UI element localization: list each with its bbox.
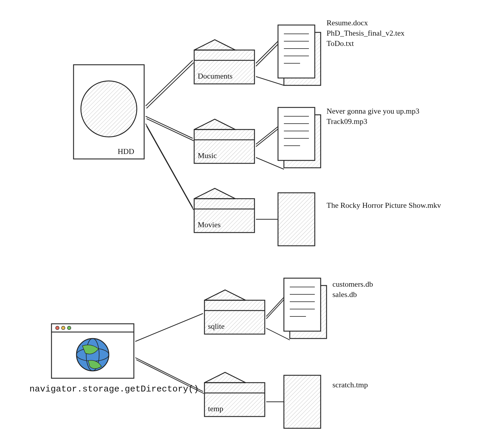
file-icon: [284, 375, 321, 428]
connector-lines: [146, 60, 194, 210]
svg-line-13: [256, 41, 278, 63]
file-list-movies: The Rocky Horror Picture Show.mkv: [327, 200, 441, 210]
file-name: customers.db: [332, 279, 373, 289]
svg-rect-59: [284, 278, 321, 331]
browser-api-label: navigator.storage.getDirectory(): [29, 384, 199, 394]
file-list-music: Never gonna give you up.mp3 Track09.mp3: [327, 106, 420, 127]
svg-point-43: [56, 326, 59, 330]
file-name: The Rocky Horror Picture Show.mkv: [327, 200, 441, 210]
file-icon: [278, 193, 315, 246]
svg-rect-40: [278, 193, 315, 246]
hdd-label: HDD: [118, 147, 134, 156]
svg-line-5: [147, 63, 194, 108]
svg-marker-37: [194, 188, 235, 199]
svg-point-45: [67, 326, 71, 330]
folder-label-temp: temp: [208, 404, 223, 413]
file-stack-icon: [278, 25, 321, 85]
svg-marker-53: [204, 290, 246, 300]
svg-point-44: [61, 326, 65, 330]
file-name: Resume.docx: [327, 18, 405, 28]
svg-line-6: [146, 116, 193, 138]
svg-line-27: [256, 129, 278, 147]
file-list-sqlite: customers.db sales.db: [332, 279, 373, 300]
svg-line-14: [256, 44, 278, 66]
svg-point-3: [81, 81, 137, 137]
file-name: Never gonna give you up.mp3: [327, 106, 420, 116]
browser-window-icon: [51, 324, 134, 378]
svg-line-9: [147, 126, 194, 210]
folder-label-sqlite: sqlite: [208, 322, 224, 331]
file-name: Track09.mp3: [327, 116, 420, 127]
folder-label-music: Music: [198, 151, 217, 160]
file-name: ToDo.txt: [327, 38, 405, 49]
folder-label-movies: Movies: [198, 220, 221, 229]
svg-line-55: [266, 297, 284, 316]
file-name: sales.db: [332, 289, 373, 300]
svg-line-56: [266, 300, 284, 319]
svg-line-4: [146, 60, 193, 106]
file-stack-icon: [284, 278, 327, 339]
file-list-documents: Resume.docx PhD_Thesis_final_v2.tex ToDo…: [327, 18, 405, 49]
svg-line-26: [256, 127, 278, 144]
connector-lines: [135, 313, 204, 394]
file-stack-icon: [278, 107, 321, 168]
file-name: scratch.tmp: [332, 380, 368, 390]
svg-marker-66: [204, 372, 246, 383]
svg-marker-11: [194, 40, 235, 50]
folder-label-documents: Documents: [198, 72, 232, 81]
svg-rect-17: [278, 25, 315, 78]
file-list-temp: scratch.tmp: [332, 380, 368, 390]
svg-line-49: [135, 313, 203, 341]
svg-marker-24: [194, 119, 235, 130]
svg-rect-69: [284, 375, 321, 428]
file-name: PhD_Thesis_final_v2.tex: [327, 28, 405, 38]
svg-line-8: [146, 124, 193, 208]
svg-rect-30: [278, 107, 315, 160]
hdd-icon: [74, 65, 144, 159]
